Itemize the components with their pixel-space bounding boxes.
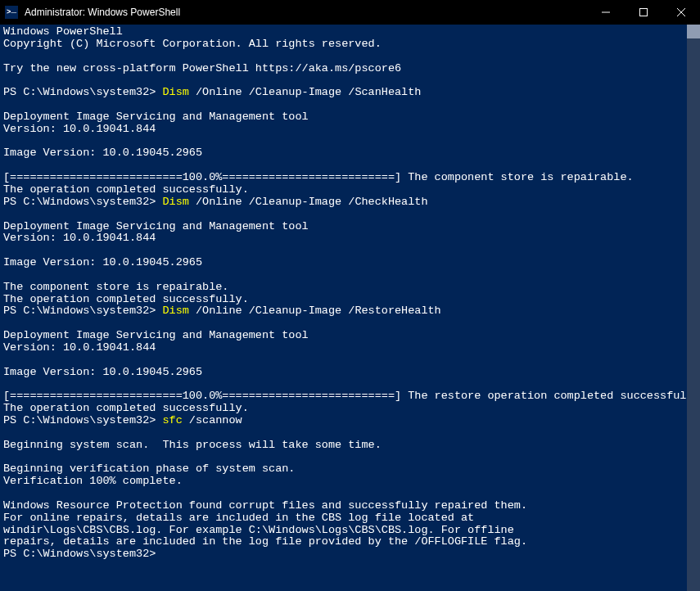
text-line: The component store is repairable.: [3, 281, 228, 293]
text-line: Beginning system scan. This process will…: [3, 439, 382, 451]
powershell-icon: [5, 6, 18, 19]
text-line: Deployment Image Servicing and Managemen…: [3, 111, 309, 123]
command: Dism: [162, 305, 188, 317]
terminal-output[interactable]: Windows PowerShell Copyright (C) Microso…: [0, 25, 687, 591]
text-line: Deployment Image Servicing and Managemen…: [3, 220, 309, 232]
text-line: The operation completed successfully.: [3, 183, 249, 196]
text-line: The operation completed successfully.: [3, 402, 249, 414]
command: Dism: [162, 196, 188, 208]
text-line: Version: 10.0.19041.844: [3, 123, 156, 135]
scrollbar-thumb[interactable]: [687, 25, 700, 38]
progress-line: [==========================100.0%=======…: [3, 390, 687, 402]
command-args: /Online /Cleanup-Image /CheckHealth: [189, 196, 428, 208]
text-line: Beginning verification phase of system s…: [3, 462, 295, 475]
text-line: Version: 10.0.19041.844: [3, 232, 156, 244]
text-line: Verification 100% complete.: [3, 475, 183, 487]
close-button[interactable]: [662, 0, 700, 25]
scrollbar[interactable]: [687, 25, 700, 591]
text-line: Deployment Image Servicing and Managemen…: [3, 329, 309, 341]
command: Dism: [162, 86, 188, 98]
svg-rect-1: [640, 9, 648, 16]
text-line: Windows Resource Protection found corrup…: [3, 499, 527, 512]
terminal-container: Windows PowerShell Copyright (C) Microso…: [0, 25, 700, 591]
text-line: Version: 10.0.19041.844: [3, 341, 156, 354]
prompt: PS C:\Windows\system32>: [3, 305, 162, 317]
minimize-button[interactable]: [587, 0, 625, 25]
text-line: Try the new cross-platform PowerShell ht…: [3, 62, 401, 74]
text-line: Copyright (C) Microsoft Corporation. All…: [3, 38, 382, 50]
text-line: Windows PowerShell: [3, 25, 123, 38]
prompt: PS C:\Windows\system32>: [3, 196, 162, 208]
window-title: Administrator: Windows PowerShell: [25, 7, 587, 18]
window-controls: [587, 0, 700, 25]
text-line: The operation completed successfully.: [3, 293, 249, 305]
command: sfc: [162, 414, 182, 426]
prompt: PS C:\Windows\system32>: [3, 548, 162, 560]
text-line: repairs, details are included in the log…: [3, 535, 527, 548]
prompt: PS C:\Windows\system32>: [3, 86, 162, 98]
text-line: Image Version: 10.0.19045.2965: [3, 147, 202, 159]
titlebar: Administrator: Windows PowerShell: [0, 0, 700, 25]
text-line: For online repairs, details are included…: [3, 512, 474, 524]
text-line: windir\Logs\CBS\CBS.log. For example C:\…: [3, 524, 514, 536]
progress-line: [==========================100.0%=======…: [3, 171, 634, 183]
command-args: /Online /Cleanup-Image /ScanHealth: [189, 86, 422, 98]
text-line: Image Version: 10.0.19045.2965: [3, 366, 202, 378]
maximize-button[interactable]: [625, 0, 662, 25]
command-args: /Online /Cleanup-Image /RestoreHealth: [189, 305, 441, 317]
text-line: Image Version: 10.0.19045.2965: [3, 256, 202, 268]
prompt: PS C:\Windows\system32>: [3, 414, 162, 426]
command-args: /scannow: [183, 414, 242, 426]
